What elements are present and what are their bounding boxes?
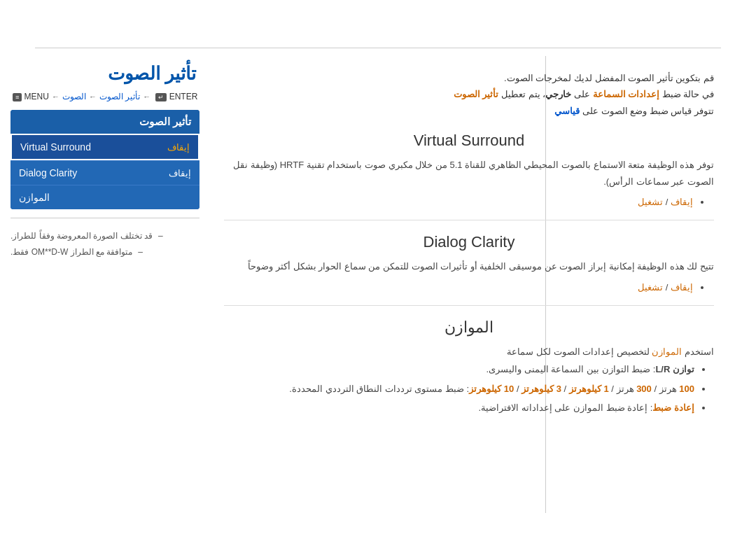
enter-icon: ↵ bbox=[155, 93, 167, 101]
top-divider bbox=[35, 48, 721, 48]
balancer-link: الموازن bbox=[652, 346, 682, 357]
sep1: ← bbox=[143, 92, 150, 101]
section-divider-1 bbox=[224, 220, 714, 220]
balancer-section: الموازن استخدم الموازن لتخصيص إعدادات ال… bbox=[224, 318, 714, 417]
dialog-clarity-body: تتيح لك هذه الوظيفة إمكانية إبراز الصوت … bbox=[224, 258, 714, 295]
content-area: قم بتكوين تأثير الصوت المفضل لديك لمخرجا… bbox=[210, 56, 756, 534]
external-text: خارجي bbox=[545, 89, 571, 99]
menu-item-dialog-clarity[interactable]: إيقاف Dialog Clarity bbox=[10, 160, 200, 185]
note-1: قد تختلف الصورة المعروضة وفقاً للطراز. bbox=[10, 228, 200, 244]
intro-line1: قم بتكوين تأثير الصوت المفضل لديك لمخرجا… bbox=[224, 70, 714, 86]
sep3: ← bbox=[52, 92, 59, 101]
menu-item-vs-label: Virtual Surround bbox=[20, 141, 91, 153]
virtual-surround-body: توفر هذه الوظيفة متعة الاستماع بالصوت ال… bbox=[224, 157, 714, 210]
note-2: متوافقة مع الطراز OM**D-W فقط. bbox=[10, 244, 200, 260]
menu-item-virtual-surround[interactable]: إيقاف Virtual Surround bbox=[10, 134, 200, 160]
breadcrumb-enter: ENTER ↵ bbox=[153, 92, 197, 101]
settings-link: إعدادات السماعة bbox=[593, 89, 660, 99]
dialog-clarity-section: Dialog Clarity تتيح لك هذه الوظيفة إمكان… bbox=[224, 233, 714, 295]
menu-item-balancer[interactable]: الموازن bbox=[10, 185, 200, 209]
balancer-freq: 100 هرتز / 300 هرتز / 1 كيلوهرتز / 3 كيل… bbox=[224, 381, 694, 398]
balancer-body: استخدم الموازن لتخصيص إعدادات الصوت لكل … bbox=[224, 344, 714, 417]
menu-item-bal-label: الموازن bbox=[19, 192, 50, 203]
menu-item-vs-value: إيقاف bbox=[167, 142, 190, 153]
virtual-surround-section: Virtual Surround توفر هذه الوظيفة متعة ا… bbox=[224, 132, 714, 210]
section-divider-2 bbox=[224, 305, 714, 306]
sidebar-separator bbox=[10, 218, 200, 218]
menu-box: تأثير الصوت إيقاف Virtual Surround إيقاف… bbox=[10, 110, 200, 209]
menu-item-dc-value: إيقاف bbox=[169, 168, 191, 178]
breadcrumb: ENTER ↵ ← تأثير الصوت ← الصوت ← MENU ≡ bbox=[10, 92, 200, 101]
vs-option: إيقاف / تشغيل bbox=[224, 194, 693, 210]
sound-effect-link: تأثير الصوت bbox=[454, 89, 499, 99]
intro-line3: تتوفر قياس ضبط وضع الصوت على قياسي bbox=[224, 103, 714, 119]
dc-off: إيقاف bbox=[671, 282, 693, 293]
dc-on: تشغيل bbox=[638, 282, 663, 293]
dialog-clarity-title: Dialog Clarity bbox=[224, 233, 714, 251]
sidebar: تأثير الصوت ENTER ↵ ← تأثير الصوت ← الصو… bbox=[0, 56, 210, 534]
balancer-reset: إعادة ضبط: إعادة ضبط الموازن على إعدادات… bbox=[224, 400, 694, 417]
standard-link: قياسي bbox=[554, 106, 580, 116]
virtual-surround-title: Virtual Surround bbox=[224, 132, 714, 150]
breadcrumb-sound-effect[interactable]: تأثير الصوت bbox=[99, 92, 140, 101]
menu-item-dc-label: Dialog Clarity bbox=[19, 167, 77, 178]
breadcrumb-menu: MENU ≡ bbox=[10, 92, 49, 101]
balancer-lr: توازن L/R: ضبط التوازن بين السماعة اليمن… bbox=[224, 361, 694, 379]
intro-line2: في حالة ضبط إعدادات السماعة على خارجي، ي… bbox=[224, 86, 714, 102]
dc-option: إيقاف / تشغيل bbox=[224, 279, 693, 295]
balancer-title: الموازن bbox=[224, 318, 714, 337]
sep2: ← bbox=[89, 92, 97, 101]
sidebar-notes: قد تختلف الصورة المعروضة وفقاً للطراز. م… bbox=[10, 228, 200, 260]
intro-text: قم بتكوين تأثير الصوت المفضل لديك لمخرجا… bbox=[224, 70, 714, 119]
breadcrumb-sound[interactable]: الصوت bbox=[62, 92, 86, 101]
vs-off: إيقاف bbox=[671, 197, 693, 207]
menu-box-title: تأثير الصوت bbox=[10, 110, 200, 134]
vs-on: تشغيل bbox=[638, 197, 663, 207]
menu-icon: ≡ bbox=[13, 93, 22, 101]
sidebar-main-title: تأثير الصوت bbox=[10, 63, 200, 85]
